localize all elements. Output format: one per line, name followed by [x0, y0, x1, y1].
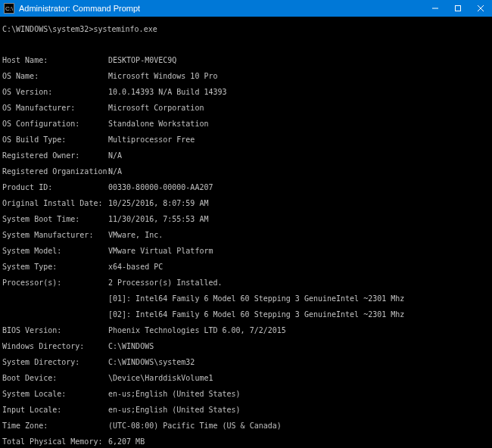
label: Registered Organization: — [2, 168, 108, 176]
svg-rect-1 — [456, 6, 461, 11]
field-sys-manufacturer: System Manufacturer:VMware, Inc. — [2, 232, 490, 240]
field-boot-time: System Boot Time:11/30/2016, 7:55:53 AM — [2, 216, 490, 224]
label: Windows Directory: — [2, 343, 108, 351]
label: System Boot Time: — [2, 216, 108, 224]
value: 11/30/2016, 7:55:53 AM — [108, 216, 490, 224]
titlebar-left: C:\ Administrator: Command Prompt — [0, 3, 140, 14]
field-product-id: Product ID:00330-80000-00000-AA207 — [2, 184, 490, 192]
value: Microsoft Corporation — [108, 104, 490, 113]
value: C:\WINDOWS\system32 — [108, 359, 490, 367]
close-icon — [477, 5, 484, 12]
value: Microsoft Windows 10 Pro — [108, 73, 490, 81]
field-sys-dir: System Directory:C:\WINDOWS\system32 — [2, 359, 490, 367]
value: x64-based PC — [108, 263, 490, 272]
label: OS Name: — [2, 73, 108, 81]
field-host-name: Host Name:DESKTOP-M0VEC9Q — [2, 57, 490, 65]
value: DESKTOP-M0VEC9Q — [108, 57, 490, 65]
minimize-button[interactable] — [424, 0, 447, 17]
label: OS Build Type: — [2, 136, 108, 145]
value: 2 Processor(s) Installed. — [108, 279, 490, 288]
label: Original Install Date: — [2, 200, 108, 208]
field-system-type: System Type:x64-based PC — [2, 263, 490, 272]
field-bios-version: BIOS Version:Phoenix Technologies LTD 6.… — [2, 327, 490, 335]
value: en-us;English (United States) — [108, 390, 490, 399]
label: OS Manufacturer: — [2, 104, 108, 113]
value: 10/25/2016, 8:07:59 AM — [108, 200, 490, 208]
window-controls — [424, 0, 492, 17]
field-boot-device: Boot Device:\Device\HarddiskVolume1 — [2, 375, 490, 383]
value: Phoenix Technologies LTD 6.00, 7/2/2015 — [108, 327, 490, 335]
field-os-build-type: OS Build Type:Multiprocessor Free — [2, 136, 490, 145]
field-os-configuration: OS Configuration:Standalone Workstation — [2, 120, 490, 129]
field-processors: Processor(s):2 Processor(s) Installed. — [2, 279, 490, 288]
field-os-name: OS Name:Microsoft Windows 10 Pro — [2, 73, 490, 81]
value: en-us;English (United States) — [108, 406, 490, 415]
command-prompt-window: C:\ Administrator: Command Prompt C:\WIN… — [0, 0, 492, 448]
label: Total Physical Memory: — [2, 438, 108, 446]
value: VMware Virtual Platform — [108, 247, 490, 256]
label: Product ID: — [2, 184, 108, 192]
field-registered-owner: Registered Owner:N/A — [2, 152, 490, 160]
label: Input Locale: — [2, 406, 108, 415]
processor-entry: [01]: Intel64 Family 6 Model 60 Stepping… — [2, 295, 490, 303]
window-title: Administrator: Command Prompt — [19, 4, 140, 13]
value: (UTC-08:00) Pacific Time (US & Canada) — [108, 422, 490, 431]
field-time-zone: Time Zone:(UTC-08:00) Pacific Time (US &… — [2, 422, 490, 431]
prompt-line: C:\WINDOWS\system32>systeminfo.exe — [2, 26, 490, 34]
label: OS Configuration: — [2, 120, 108, 129]
label: Boot Device: — [2, 375, 108, 383]
field-registered-org: Registered Organization:N/A — [2, 168, 490, 176]
value: 6,207 MB — [108, 438, 490, 446]
label: System Model: — [2, 247, 108, 256]
value: 00330-80000-00000-AA207 — [108, 184, 490, 192]
field-os-manufacturer: OS Manufacturer:Microsoft Corporation — [2, 104, 490, 113]
value: 10.0.14393 N/A Build 14393 — [108, 89, 490, 97]
value: C:\WINDOWS — [108, 343, 490, 351]
label: Time Zone: — [2, 422, 108, 431]
field-os-version: OS Version:10.0.14393 N/A Build 14393 — [2, 89, 490, 97]
label: Registered Owner: — [2, 152, 108, 160]
label: Host Name: — [2, 57, 108, 65]
blank-line — [2, 42, 490, 49]
label: Processor(s): — [2, 279, 108, 288]
field-sys-locale: System Locale:en-us;English (United Stat… — [2, 390, 490, 399]
field-total-phys-mem: Total Physical Memory:6,207 MB — [2, 438, 490, 446]
value: VMware, Inc. — [108, 232, 490, 240]
terminal-output[interactable]: C:\WINDOWS\system32>systeminfo.exe Host … — [0, 17, 492, 448]
value: Standalone Workstation — [108, 120, 490, 129]
label: System Locale: — [2, 390, 108, 399]
value: N/A — [108, 168, 490, 176]
value: \Device\HarddiskVolume1 — [108, 375, 490, 383]
close-button[interactable] — [469, 0, 492, 17]
maximize-button[interactable] — [447, 0, 469, 17]
processor-entry: [02]: Intel64 Family 6 Model 60 Stepping… — [2, 311, 490, 319]
label: System Directory: — [2, 359, 108, 367]
label: System Manufacturer: — [2, 232, 108, 240]
field-system-model: System Model:VMware Virtual Platform — [2, 247, 490, 256]
field-input-locale: Input Locale:en-us;English (United State… — [2, 406, 490, 415]
field-install-date: Original Install Date:10/25/2016, 8:07:5… — [2, 200, 490, 208]
minimize-icon — [431, 5, 439, 12]
label: BIOS Version: — [2, 327, 108, 335]
maximize-icon — [454, 5, 462, 12]
value: Multiprocessor Free — [108, 136, 490, 145]
field-win-dir: Windows Directory:C:\WINDOWS — [2, 343, 490, 351]
label: System Type: — [2, 263, 108, 272]
label: OS Version: — [2, 89, 108, 97]
titlebar[interactable]: C:\ Administrator: Command Prompt — [0, 0, 492, 17]
app-icon: C:\ — [4, 3, 14, 14]
value: N/A — [108, 152, 490, 160]
